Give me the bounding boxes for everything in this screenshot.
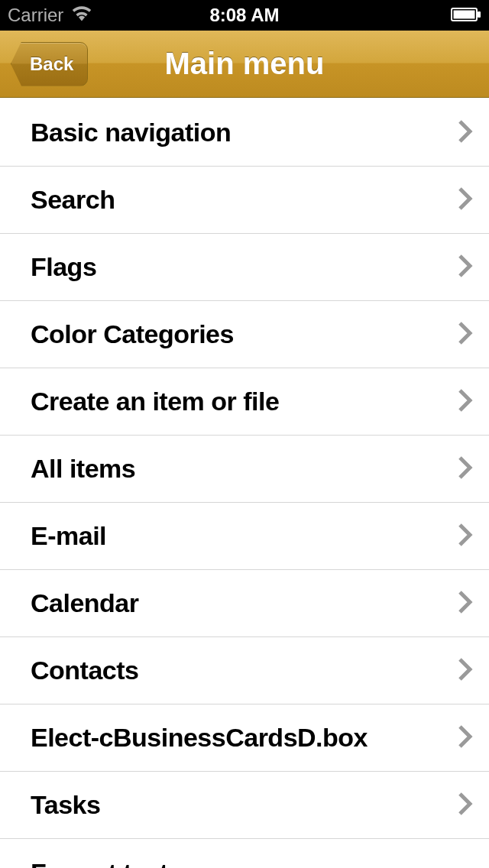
list-item-label: Flags xyxy=(31,252,96,282)
chevron-right-icon xyxy=(457,119,474,147)
list-item-label: Calendar xyxy=(31,588,139,618)
list-item-label: Elect-cBusinessCardsD.box xyxy=(31,723,368,753)
chevron-right-icon xyxy=(457,455,474,483)
chevron-right-icon xyxy=(457,657,474,685)
carrier-label: Carrier xyxy=(8,5,63,26)
status-right xyxy=(451,5,481,26)
list-item-format-text[interactable]: Format text xyxy=(0,839,489,868)
chevron-right-icon xyxy=(457,590,474,617)
svg-rect-1 xyxy=(454,11,475,19)
chevron-right-icon xyxy=(457,792,474,819)
list-item-color-categories[interactable]: Color Categories xyxy=(0,301,489,368)
list-item-email[interactable]: E-mail xyxy=(0,503,489,570)
back-button-label: Back xyxy=(30,53,73,75)
list-item-create-item-or-file[interactable]: Create an item or file xyxy=(0,368,489,436)
wifi-icon xyxy=(71,5,92,26)
chevron-right-icon xyxy=(457,254,474,281)
list-item-elect-cbusinesscards[interactable]: Elect-cBusinessCardsD.box xyxy=(0,704,489,772)
list-item-contacts[interactable]: Contacts xyxy=(0,637,489,704)
chevron-right-icon xyxy=(457,186,474,214)
list-item-label: Search xyxy=(31,185,115,215)
status-time: 8:08 AM xyxy=(209,5,279,26)
chevron-right-icon xyxy=(457,388,474,416)
status-bar: Carrier 8:08 AM xyxy=(0,0,489,31)
svg-rect-2 xyxy=(478,11,481,18)
list-item-label: E-mail xyxy=(31,521,106,551)
list-item-all-items[interactable]: All items xyxy=(0,436,489,503)
list-item-label: All items xyxy=(31,454,135,484)
chevron-right-icon xyxy=(457,724,474,752)
list-item-search[interactable]: Search xyxy=(0,167,489,234)
back-button[interactable]: Back xyxy=(11,42,88,86)
list-item-label: Tasks xyxy=(31,790,100,820)
list-item-label: Create an item or file xyxy=(31,387,279,416)
list-item-label: Contacts xyxy=(31,656,138,685)
list-item-tasks[interactable]: Tasks xyxy=(0,772,489,839)
chevron-right-icon xyxy=(457,523,474,550)
battery-icon xyxy=(451,5,481,25)
nav-bar: Back Main menu xyxy=(0,31,489,98)
list-item-basic-navigation[interactable]: Basic navigation xyxy=(0,99,489,167)
list-item-label: Color Categories xyxy=(31,319,234,349)
status-left: Carrier xyxy=(8,5,92,26)
list-item-label: Format text xyxy=(31,858,168,868)
list-item-calendar[interactable]: Calendar xyxy=(0,570,489,637)
menu-list: Basic navigation Search Flags Color Cate… xyxy=(0,99,489,868)
page-title: Main menu xyxy=(165,47,325,81)
list-item-flags[interactable]: Flags xyxy=(0,234,489,301)
list-item-label: Basic navigation xyxy=(31,118,231,147)
chevron-right-icon xyxy=(457,321,474,348)
